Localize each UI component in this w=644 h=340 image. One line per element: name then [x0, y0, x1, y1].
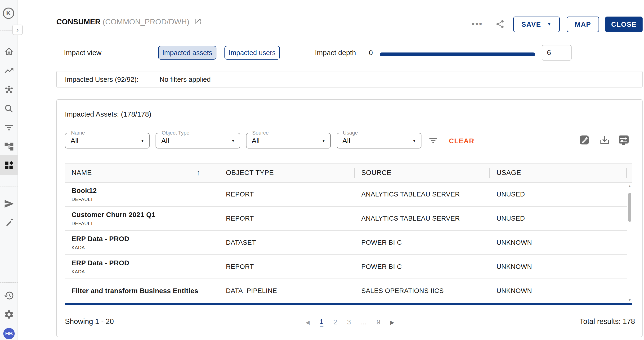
source-filter-select[interactable]: Source All ▼	[246, 133, 331, 149]
column-header-usage[interactable]: USAGE	[490, 164, 627, 182]
bulk-edit-icon[interactable]	[579, 134, 590, 146]
cell-source: ANALYTICS TABLEAU SERVER	[355, 207, 490, 230]
cell-source: POWER BI C	[355, 231, 490, 254]
cell-object-type: REPORT	[219, 182, 355, 206]
magic-wand-icon[interactable]	[4, 217, 14, 228]
search-icon[interactable]	[4, 104, 14, 114]
asset-name[interactable]: ERP Data - PROD	[72, 235, 129, 243]
pagination-pager: ◀ 1 2 3 ... 9 ▶	[57, 318, 643, 327]
cell-usage: UNKNOWN	[490, 279, 627, 303]
sort-ascending-icon[interactable]: ↑	[196, 168, 200, 177]
table-row[interactable]: ERP Data - PROD KADA DATASET POWER BI C …	[65, 231, 632, 255]
impacted-assets-panel: Impacted Assets: (178/178) Name All ▼ Ob…	[56, 99, 642, 337]
clear-filters-button[interactable]: CLEAR	[449, 137, 474, 145]
column-resize-handle[interactable]	[626, 168, 627, 178]
table-row[interactable]: Customer Churn 2021 Q1 DEFAULT REPORT AN…	[65, 207, 632, 231]
pagination-page-1[interactable]: 1	[320, 318, 324, 327]
cell-name: Book12 DEFAULT	[65, 182, 219, 206]
impacted-users-filters-status: No filters applied	[160, 76, 211, 83]
history-icon[interactable]	[4, 290, 14, 301]
user-avatar[interactable]: HB	[3, 328, 15, 339]
column-header-usage-label: USAGE	[496, 169, 521, 177]
trending-up-icon[interactable]	[4, 65, 14, 76]
chevron-down-icon: ▼	[322, 139, 326, 143]
object-type-filter-label: Object Type	[160, 130, 191, 136]
scroll-down-icon[interactable]: ▼	[627, 298, 632, 302]
sidebar-divider	[0, 186, 18, 187]
sidebar-expand-button[interactable]: ›	[12, 25, 23, 35]
cell-usage: UNUSED	[490, 207, 627, 230]
asset-sublabel: KADA	[72, 245, 85, 250]
column-header-name[interactable]: NAME ↑	[65, 164, 219, 182]
table-row[interactable]: Book12 DEFAULT REPORT ANALYTICS TABLEAU …	[65, 182, 632, 207]
more-options-icon[interactable]: •••	[472, 19, 483, 29]
cell-object-type: REPORT	[219, 255, 355, 279]
table-row[interactable]: ERP Data - PROD KADA REPORT POWER BI C U…	[65, 255, 632, 279]
column-header-object-type[interactable]: OBJECT TYPE	[219, 164, 355, 182]
lineage-tree-icon[interactable]	[4, 141, 14, 152]
download-icon[interactable]	[599, 134, 610, 146]
cell-usage: UNUSED	[490, 182, 627, 206]
table-header-row: NAME ↑ OBJECT TYPE SOURCE USAGE	[65, 163, 632, 182]
save-button-label: SAVE	[521, 20, 541, 28]
scroll-up-icon[interactable]: ▲	[627, 184, 632, 188]
pagination-prev-icon[interactable]: ◀	[306, 320, 310, 326]
name-filter-select[interactable]: Name All ▼	[65, 133, 150, 149]
entity-name: CONSUMER	[56, 17, 100, 26]
asset-name[interactable]: Book12	[72, 187, 97, 195]
table-header-scroll-spacer	[627, 164, 632, 182]
pagination-total-label: Total results: 178	[580, 317, 635, 326]
usage-filter-select[interactable]: Usage All ▼	[337, 133, 422, 149]
cell-source: SALES OPERATIONS IICS	[355, 279, 490, 303]
scrollbar-thumb[interactable]	[628, 193, 631, 222]
column-header-name-label: NAME	[72, 169, 92, 177]
pagination-page-3[interactable]: 3	[347, 318, 351, 327]
entity-path: (COMMON_PROD/DWH)	[103, 17, 190, 26]
app-logo[interactable]: K	[3, 7, 14, 19]
toggle-impacted-users[interactable]: Impacted users	[224, 46, 280, 60]
page-title: CONSUMER (COMMON_PROD/DWH)	[56, 17, 202, 27]
impacted-assets-table: NAME ↑ OBJECT TYPE SOURCE USAGE	[65, 163, 632, 305]
object-type-filter-value: All	[161, 137, 169, 145]
map-button-label: MAP	[575, 20, 591, 28]
share-icon[interactable]	[495, 19, 505, 29]
chevron-down-icon: ▼	[140, 139, 144, 143]
asset-name[interactable]: ERP Data - PROD	[72, 259, 129, 267]
settings-gear-icon[interactable]	[4, 309, 14, 320]
sidebar-divider	[0, 282, 18, 283]
home-icon[interactable]	[4, 46, 14, 57]
close-button[interactable]: CLOSE	[605, 16, 642, 32]
pagination-page-2[interactable]: 2	[333, 318, 337, 327]
chevron-down-icon: ▼	[412, 139, 416, 143]
column-settings-icon[interactable]	[618, 134, 629, 146]
filter-list-icon[interactable]	[428, 135, 438, 146]
hub-network-icon[interactable]	[4, 85, 14, 95]
cell-name: Customer Churn 2021 Q1 DEFAULT	[65, 207, 219, 230]
table-vertical-scrollbar[interactable]: ▲ ▼	[627, 182, 632, 303]
object-type-filter-select[interactable]: Object Type All ▼	[156, 133, 240, 149]
app-screen: K	[0, 0, 644, 340]
cell-usage: UNKNOWN	[490, 231, 627, 254]
sidebar: K	[0, 0, 18, 340]
asset-name[interactable]: Filter and transform Business Entities	[72, 287, 198, 295]
pagination-page-9[interactable]: 9	[376, 318, 380, 327]
pagination-next-icon[interactable]: ▶	[390, 320, 394, 326]
map-button[interactable]: MAP	[567, 16, 599, 32]
impact-depth-input[interactable]	[542, 45, 572, 60]
toggle-impacted-assets[interactable]: Impacted assets	[158, 46, 216, 60]
cell-source: ANALYTICS TABLEAU SERVER	[355, 182, 490, 206]
impact-depth-slider[interactable]	[380, 52, 535, 56]
save-dropdown-caret-icon[interactable]: ▼	[547, 22, 552, 27]
open-in-new-icon[interactable]	[194, 18, 202, 27]
save-button[interactable]: SAVE ▼	[513, 16, 560, 32]
table-body: Book12 DEFAULT REPORT ANALYTICS TABLEAU …	[65, 182, 632, 303]
chevron-down-icon: ▼	[231, 139, 235, 143]
table-row[interactable]: Filter and transform Business Entities D…	[65, 279, 632, 303]
send-icon[interactable]	[4, 199, 14, 209]
name-filter-label: Name	[69, 130, 87, 136]
asset-name[interactable]: Customer Churn 2021 Q1	[72, 211, 156, 219]
dashboard-widgets-icon[interactable]	[4, 160, 14, 170]
column-header-source[interactable]: SOURCE	[355, 164, 490, 182]
column-header-source-label: SOURCE	[361, 169, 391, 177]
filter-icon[interactable]	[4, 123, 14, 133]
